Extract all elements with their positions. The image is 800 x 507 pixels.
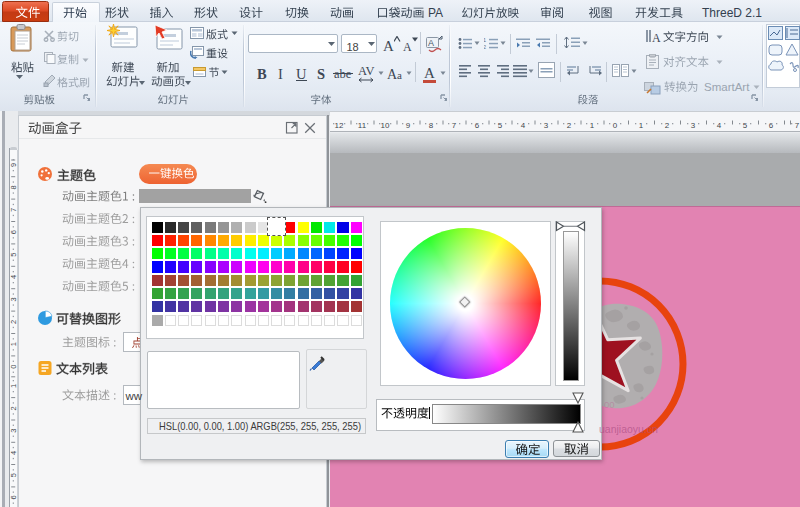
svg-text:5: 5 — [743, 121, 748, 130]
svg-text:4: 4 — [521, 121, 526, 130]
svg-text:0: 0 — [613, 121, 618, 130]
svg-text:1: 1 — [484, 37, 486, 43]
svg-text:5: 5 — [498, 121, 503, 130]
svg-text:7: 7 — [795, 121, 800, 130]
svg-text:8: 8 — [429, 121, 434, 130]
svg-text:4: 4 — [717, 121, 722, 130]
svg-text:11: 11 — [358, 121, 367, 130]
svg-text:2: 2 — [484, 44, 486, 50]
svg-text:1: 1 — [590, 121, 595, 130]
svg-text:2: 2 — [665, 121, 670, 130]
svg-text:3: 3 — [544, 121, 549, 130]
svg-text:12: 12 — [335, 121, 344, 130]
svg-text:7: 7 — [452, 121, 457, 130]
svg-text:1: 1 — [639, 121, 644, 130]
svg-text:6: 6 — [769, 121, 774, 130]
svg-text:2: 2 — [567, 121, 572, 130]
svg-text:A: A — [652, 31, 661, 45]
svg-text:A: A — [428, 38, 434, 48]
svg-text:9: 9 — [406, 121, 411, 130]
svg-text:6: 6 — [475, 121, 480, 130]
svg-text:10: 10 — [381, 121, 390, 130]
svg-text:3: 3 — [691, 121, 696, 130]
